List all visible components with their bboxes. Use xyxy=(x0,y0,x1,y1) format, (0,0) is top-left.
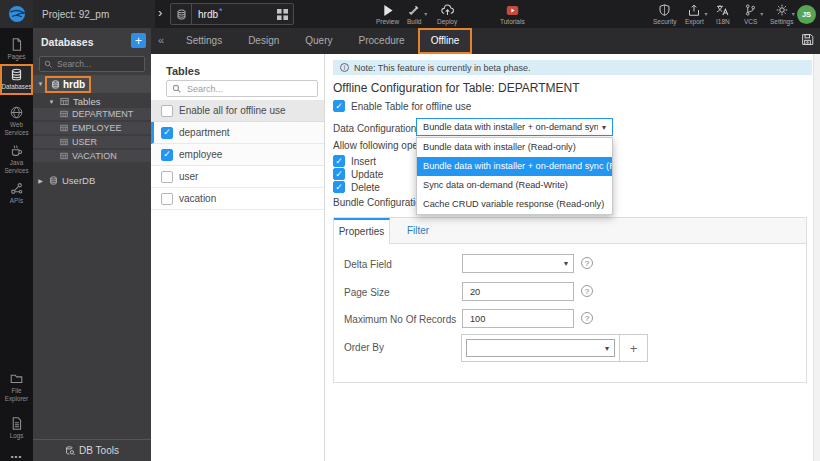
table-row-vacation[interactable]: vacation xyxy=(151,188,324,210)
sidebar-item-databases[interactable]: Databases xyxy=(0,64,33,95)
table-row-user[interactable]: user xyxy=(151,166,324,188)
page-size-help-icon[interactable]: ? xyxy=(581,285,593,297)
databases-search[interactable] xyxy=(39,56,145,72)
chevron-down-icon: ▾ xyxy=(760,10,763,17)
left-icon-sidebar: Pages Databases Web Services Java Servic… xyxy=(0,28,33,461)
tab-query[interactable]: Query xyxy=(292,28,345,54)
tab-filter[interactable]: Filter xyxy=(390,218,446,243)
operation-delete-row[interactable]: ✓ Delete xyxy=(333,181,380,193)
tab-design[interactable]: Design xyxy=(235,28,292,54)
editor-tabbar: « Settings Design Query Procedure Offlin… xyxy=(151,28,820,54)
tree-node-table-user[interactable]: USER xyxy=(33,136,151,149)
tab-offline[interactable]: Offline xyxy=(418,28,473,54)
sidebar-item-file-explorer[interactable]: File Explorer xyxy=(0,368,33,407)
page-title: Offline Configuration for Table: DEPARTM… xyxy=(333,81,580,95)
insert-checkbox[interactable]: ✓ xyxy=(333,155,345,167)
security-button[interactable]: Security xyxy=(653,4,676,25)
dropdown-option-4[interactable]: Cache CRUD variable response (Read-only) xyxy=(417,195,612,214)
dropdown-option-1[interactable]: Bundle data with installer (Read-only) xyxy=(417,138,612,157)
tree-expanded-icon[interactable]: ▼ xyxy=(36,81,45,87)
delta-field-help-icon[interactable]: ? xyxy=(581,257,593,269)
search-icon xyxy=(44,60,52,68)
tree-node-tables[interactable]: ▼ Tables xyxy=(33,95,151,108)
enable-table-checkbox[interactable]: ✓ xyxy=(333,100,345,112)
i18n-button[interactable]: I18N xyxy=(716,4,730,25)
tree-node-label: UserDB xyxy=(62,175,95,186)
export-button[interactable]: ▾ Export xyxy=(685,4,704,25)
order-by-group: ▾ + xyxy=(461,334,648,362)
department-checkbox[interactable]: ✓ xyxy=(161,127,173,139)
delete-checkbox[interactable]: ✓ xyxy=(333,181,345,193)
sidebar-item-web-services[interactable]: Web Services xyxy=(0,102,33,141)
tree-node-table-employee[interactable]: EMPLOYEE xyxy=(33,122,151,135)
tree-node-label: Tables xyxy=(73,96,100,107)
order-by-select[interactable]: ▾ xyxy=(466,339,615,357)
sidebar-item-pages[interactable]: Pages xyxy=(0,34,33,65)
brand-logo-icon[interactable] xyxy=(0,0,33,28)
vcs-button[interactable]: ▾ VCS xyxy=(744,4,757,25)
tab-settings[interactable]: Settings xyxy=(173,28,235,54)
collapse-panel-icon[interactable]: « xyxy=(158,34,164,46)
enable-all-checkbox[interactable] xyxy=(161,105,173,117)
chevron-down-icon: ▾ xyxy=(704,10,707,17)
table-row-department[interactable]: ✓ department xyxy=(151,122,324,144)
database-icon xyxy=(49,176,58,185)
tree-node-label: DEPARTMENT xyxy=(72,109,133,119)
max-records-help-icon[interactable]: ? xyxy=(581,312,593,324)
table-icon xyxy=(60,124,68,132)
enable-all-row[interactable]: Enable all for offline use xyxy=(151,100,324,122)
enable-table-row[interactable]: ✓ Enable Table for offline use xyxy=(333,100,471,112)
editor-area: « Settings Design Query Procedure Offlin… xyxy=(151,28,820,461)
grid-view-icon[interactable] xyxy=(277,9,288,20)
user-checkbox[interactable] xyxy=(161,171,173,183)
data-configuration-select[interactable]: Bundle data with installer + on-demand s… xyxy=(416,118,613,136)
folder-icon xyxy=(10,372,23,385)
deploy-button[interactable]: Deploy xyxy=(437,4,457,25)
vacation-checkbox[interactable] xyxy=(161,193,173,205)
settings-button[interactable]: ▾ Settings xyxy=(770,4,794,25)
tree-node-userdb[interactable]: ▶ UserDB xyxy=(33,173,151,187)
dropdown-option-3[interactable]: Sync data on-demand (Read-Write) xyxy=(417,176,612,195)
chevron-down-icon: ▾ xyxy=(792,10,795,17)
sidebar-item-logs[interactable]: Logs xyxy=(0,413,33,444)
order-by-add-button[interactable]: + xyxy=(619,335,647,361)
tree-collapsed-icon[interactable]: ▶ xyxy=(36,177,45,184)
db-tools-button[interactable]: DB Tools xyxy=(33,439,151,461)
user-avatar[interactable]: JS xyxy=(797,5,816,24)
update-checkbox[interactable]: ✓ xyxy=(333,168,345,180)
max-records-input[interactable] xyxy=(462,309,574,328)
tutorials-button[interactable]: Tutorials xyxy=(500,4,525,25)
build-tools-icon: ▾ xyxy=(408,4,420,16)
caret-down-icon: ▾ xyxy=(602,123,606,132)
tables-search-input[interactable] xyxy=(185,83,312,95)
preview-button[interactable]: Preview xyxy=(376,4,399,25)
data-configuration-dropdown: Bundle data with installer (Read-only) B… xyxy=(416,137,613,215)
build-button[interactable]: ▾ Build xyxy=(407,4,421,25)
tree-node-table-department[interactable]: DEPARTMENT xyxy=(33,108,151,121)
more-options-button[interactable]: ••• xyxy=(0,448,33,461)
doc-tab-hrdb[interactable]: hrdb * xyxy=(170,3,294,25)
sidebar-item-java-services[interactable]: Java Services xyxy=(0,140,33,179)
tables-search[interactable] xyxy=(166,80,318,97)
table-row-employee[interactable]: ✓ employee xyxy=(151,144,324,166)
delta-field-select[interactable]: ▾ xyxy=(462,254,574,273)
coffee-icon xyxy=(10,144,23,157)
employee-checkbox[interactable]: ✓ xyxy=(161,149,173,161)
vertical-scrollbar[interactable] xyxy=(813,54,820,461)
tables-list: Enable all for offline use ✓ department … xyxy=(151,100,324,210)
sidebar-item-apis[interactable]: APIs xyxy=(0,178,33,209)
databases-search-input[interactable] xyxy=(55,58,140,70)
page-size-input[interactable] xyxy=(462,282,574,301)
operation-update-row[interactable]: ✓ Update xyxy=(333,168,383,180)
topbar: Project: 92_pm › hrdb * Preview ▾ Build xyxy=(0,0,820,28)
save-icon[interactable] xyxy=(801,33,814,46)
tree-node-hrdb[interactable]: ▼ hrdb xyxy=(33,75,151,93)
add-database-button[interactable]: + xyxy=(131,33,146,48)
dropdown-option-2-highlighted[interactable]: Bundle data with installer + on-demand s… xyxy=(417,157,612,176)
tab-properties[interactable]: Properties xyxy=(334,218,390,244)
cloud-upload-icon xyxy=(441,4,454,16)
tree-expanded-icon[interactable]: ▼ xyxy=(47,99,56,105)
operation-insert-row[interactable]: ✓ Insert xyxy=(333,155,376,167)
tree-node-table-vacation[interactable]: VACATION xyxy=(33,150,151,163)
tab-procedure[interactable]: Procedure xyxy=(346,28,418,54)
